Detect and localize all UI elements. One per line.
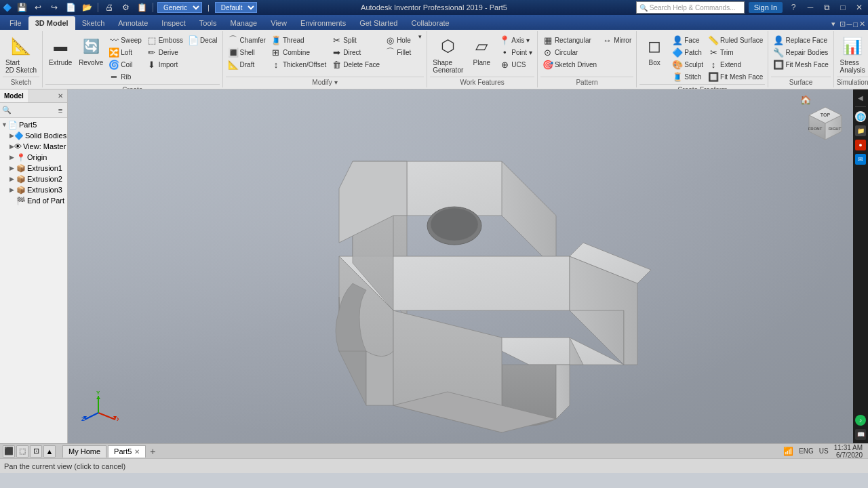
tree-item-end-of-part[interactable]: 🏁 End of Part <box>0 195 67 206</box>
combine-button[interactable]: ⊞Combine <box>269 46 328 58</box>
delete-face-button[interactable]: 🗑Delete Face <box>329 58 382 70</box>
circular-button[interactable]: ⊙Circular <box>540 46 599 58</box>
mirror-button[interactable]: ↔Mirror <box>599 34 633 46</box>
stress-analysis-button[interactable]: 📊 StressAnalysis <box>837 33 867 75</box>
start-2d-sketch-button[interactable]: 📐 Start2D Sketch <box>3 33 39 75</box>
extend-button[interactable]: ↕Extend <box>706 58 765 70</box>
cube-svg[interactable]: TOP FRONT RIGHT <box>804 102 848 146</box>
fillet-button[interactable]: ⌒Fillet <box>382 46 413 58</box>
qat-misc2[interactable]: 📋 <box>135 1 149 14</box>
rib-button[interactable]: ━Rib <box>106 70 144 83</box>
axis-button[interactable]: 📍Axis ▾ <box>497 34 534 46</box>
sketch-driven-button[interactable]: 🎯Sketch Driven <box>540 58 599 70</box>
tab-my-home[interactable]: My Home <box>62 445 106 458</box>
tab-sketch[interactable]: Sketch <box>75 16 112 30</box>
tab-file[interactable]: File <box>3 16 28 30</box>
revolve-button[interactable]: 🔄 Revolve <box>76 33 106 68</box>
ucs-button[interactable]: ⊕UCS <box>497 58 534 70</box>
signin-button[interactable]: Sign In <box>749 2 783 13</box>
fit-mesh-face-button[interactable]: 🔲Fit Mesh Face <box>771 58 830 70</box>
qat-misc1[interactable]: ⚙ <box>119 1 132 14</box>
tree-item-extrusion1[interactable]: ▶ 📦 Extrusion1 <box>0 163 67 174</box>
thread-button[interactable]: 🧵Thread <box>269 34 328 46</box>
close-button[interactable]: ✕ <box>853 2 865 13</box>
tab-manage[interactable]: Manage <box>223 16 264 30</box>
sidebar-menu-btn[interactable]: ≡ <box>55 105 66 116</box>
nav-btn1[interactable]: ⬛ <box>3 445 15 458</box>
loft-button[interactable]: 🔀Loft <box>106 46 144 58</box>
thicken-offset-button[interactable]: ↕Thicken/Offset <box>269 58 328 70</box>
visual-style-dropdown[interactable]: Default <box>215 2 257 13</box>
fit-mesh-button[interactable]: 🔲Fit Mesh Face <box>706 70 765 83</box>
shell-button[interactable]: 🔳Shell <box>226 46 268 58</box>
nav-btn2[interactable]: ⬚ <box>16 445 28 458</box>
panel-files-btn[interactable]: 📁 <box>855 125 866 136</box>
panel-chrome-btn[interactable]: 🌐 <box>855 111 866 122</box>
3d-viewport[interactable]: 🏠 <box>68 89 853 443</box>
split-button[interactable]: ✂Split <box>329 34 382 46</box>
model-tab[interactable]: Model <box>0 89 28 102</box>
replace-face-button[interactable]: 👤Replace Face <box>771 34 830 46</box>
panel-green-btn[interactable]: ♪ <box>855 415 866 426</box>
qat-print[interactable]: 🖨 <box>102 1 116 14</box>
help-button[interactable]: ? <box>787 1 800 14</box>
view-cube[interactable]: 🏠 <box>800 95 848 149</box>
window-minimize-btn[interactable]: ─ <box>847 20 852 28</box>
patch-button[interactable]: 🔷Patch <box>670 46 705 58</box>
panel-red1-btn[interactable]: ● <box>855 140 866 150</box>
tree-item-view-master[interactable]: ▶ 👁 View: Master <box>0 141 67 152</box>
plane-button[interactable]: ▱ Plane <box>467 33 496 68</box>
nav-btn4[interactable]: ▲ <box>43 445 56 458</box>
emboss-button[interactable]: ⬚Emboss <box>144 34 185 46</box>
search-bar[interactable]: 🔍 Search Help & Commands... <box>636 1 745 14</box>
tree-item-extrusion3[interactable]: ▶ 📦 Extrusion3 <box>0 184 67 195</box>
minimize-button[interactable]: ─ <box>804 2 816 13</box>
tab-3dmodel[interactable]: 3D Model <box>28 16 75 30</box>
tab-tools[interactable]: Tools <box>193 16 224 30</box>
trim-button[interactable]: ✂Trim <box>706 46 765 58</box>
panel-expand-btn[interactable]: ◀ <box>855 92 866 103</box>
import-button[interactable]: ⬇Import <box>144 58 185 70</box>
tab-view[interactable]: View <box>264 16 294 30</box>
draft-button[interactable]: 📐Draft <box>226 58 268 70</box>
qat-undo[interactable]: ↩ <box>31 1 45 14</box>
shape-generator-button[interactable]: ⬡ ShapeGenerator <box>430 33 466 75</box>
sweep-button[interactable]: 〰Sweep <box>106 34 144 46</box>
maximize-button[interactable]: □ <box>837 2 849 13</box>
hole-button[interactable]: ◎Hole <box>382 34 413 46</box>
decal-button[interactable]: 📄Decal <box>186 34 220 46</box>
window-options-btn[interactable]: ⊡ <box>840 20 846 28</box>
nav-btn3[interactable]: ⊡ <box>30 445 42 458</box>
stitch-button[interactable]: 🧵Stitch <box>670 70 705 83</box>
window-maximize-btn[interactable]: □ <box>853 20 858 28</box>
coil-button[interactable]: 🌀Coil <box>106 58 144 70</box>
direct-button[interactable]: ➡Direct <box>329 46 382 58</box>
box-button[interactable]: ◻ Box <box>639 33 669 68</box>
repair-bodies-button[interactable]: 🔧Repair Bodies <box>771 46 830 58</box>
style-dropdown[interactable]: Generic <box>157 2 202 13</box>
tree-item-solid-bodies[interactable]: ▶ 🔷 Solid Bodies(1) <box>0 130 67 141</box>
ruled-surface-button[interactable]: 📏Ruled Surface <box>706 34 765 46</box>
panel-book-btn[interactable]: 📖 <box>855 429 866 440</box>
derive-button[interactable]: ✏Derive <box>144 46 185 58</box>
ribbon-collapse-btn[interactable]: ▾ <box>831 20 835 28</box>
tree-item-origin[interactable]: ▶ 📍 Origin <box>0 152 67 163</box>
face-button[interactable]: 👤Face <box>670 34 705 46</box>
sculpt-button[interactable]: 🎨Sculpt <box>670 58 705 70</box>
sidebar-search-btn[interactable]: 🔍 <box>1 105 12 116</box>
tab-part5-close[interactable]: ✕ <box>134 448 140 455</box>
qat-open[interactable]: 📂 <box>80 1 94 14</box>
extrude-button[interactable]: ▬ Extrude <box>45 33 75 68</box>
restore-button[interactable]: ⧉ <box>821 2 833 13</box>
modify-dropdown-button[interactable]: ▾ <box>416 33 424 41</box>
window-close-btn[interactable]: ✕ <box>859 20 865 28</box>
sidebar-close-btn[interactable]: ✕ <box>54 89 67 102</box>
tab-collaborate[interactable]: Collaborate <box>404 16 456 30</box>
tab-environments[interactable]: Environments <box>294 16 353 30</box>
qat-save[interactable]: 💾 <box>15 1 28 14</box>
tab-annotate[interactable]: Annotate <box>111 16 155 30</box>
rectangular-button[interactable]: ▦Rectangular <box>540 34 599 46</box>
qat-new[interactable]: 📄 <box>64 1 77 14</box>
tab-getstarted[interactable]: Get Started <box>353 16 404 30</box>
tab-inspect[interactable]: Inspect <box>155 16 192 30</box>
